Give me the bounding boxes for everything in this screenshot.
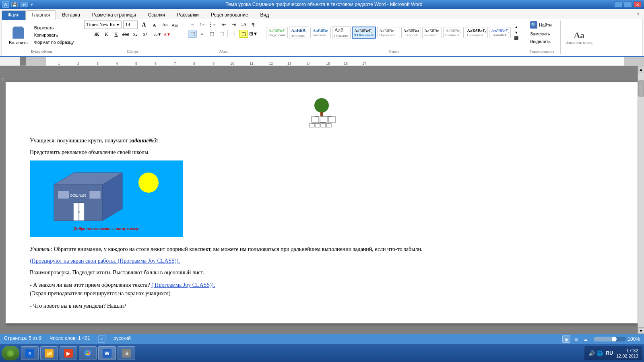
change-case-btn[interactable]: Aa↓ [171,21,180,29]
change-style-button[interactable]: Аа Изменить стиль [564,28,595,47]
scroll-thumb[interactable] [638,80,644,97]
format-painter-button[interactable]: Формат по образцу [32,39,76,45]
zoom-thumb[interactable] [612,337,617,341]
bold-btn[interactable]: Ж [92,30,101,38]
ribbon-tabs: Файл Главная Вставка Разметка страницы С… [2,10,642,19]
clear-format-btn[interactable]: Aa [160,21,169,29]
statusbar: Страница: 5 из 9 Число слов: 1 401 ✓ рус… [0,334,644,344]
borders-btn[interactable]: ⊞▼ [249,30,258,38]
scroll-down-btn[interactable]: ▼ [638,327,644,334]
sort-btn[interactable]: ↕A [239,21,248,29]
ribbon-help[interactable]: ? [634,10,642,19]
align-center-btn[interactable]: ≡ [198,30,206,38]
shading-btn[interactable]: ▢ [239,30,248,38]
italic-btn[interactable]: К [102,30,111,38]
style-title[interactable]: Ааб Название [332,26,351,39]
style-heading1[interactable]: АаБбВ Заголово... [289,27,310,39]
numbered-list-btn[interactable]: 1≡ [198,21,206,29]
svg-point-0 [314,98,329,113]
scroll-up-btn[interactable]: ▲ [638,66,644,72]
replace-button[interactable]: Заменить [528,31,553,37]
style-normal[interactable]: АаБбВеГ, ¶ Обычный [352,27,376,39]
maximize-btn[interactable]: □ [624,1,632,8]
quick-undo-btn[interactable]: ↩ [20,2,28,7]
taskbar-ie[interactable]: e [21,346,39,360]
zoom-slider[interactable] [594,337,626,341]
align-right-btn[interactable]: ⬚ [207,30,216,38]
show-marks-btn[interactable]: ¶ [249,21,258,29]
vertical-scrollbar[interactable]: ▲ ▼ [638,66,644,334]
subscript-btn[interactable]: x₂ [131,30,140,38]
explorer-icon: 📁 [45,349,54,358]
line-spacing-btn[interactable]: ↕ [229,30,238,38]
find-icon: 🔍 [530,21,537,29]
decrease-font-btn[interactable]: A [150,21,159,29]
strikethrough-btn[interactable]: abc [121,30,130,38]
multilevel-list-btn[interactable]: ⋮≡ [207,21,216,29]
tab-home[interactable]: Главная [26,10,56,20]
scroll-track[interactable] [638,72,644,327]
tab-insert[interactable]: Вставка [56,10,86,19]
styles-more[interactable]: ⬛ [513,36,520,41]
change-style-label: Изменить стиль [566,41,593,45]
quick-save-btn[interactable]: 💾 [10,2,19,7]
align-left-btn[interactable]: ⬚ [188,30,197,38]
find-button[interactable]: 🔍 Найти [528,21,553,29]
document-area[interactable]: Учащиеся, получившие круги, получают зад… [6,66,638,334]
tab-references[interactable]: Ссылки [142,10,171,19]
cut-button[interactable]: Вырезать [32,25,76,31]
taskbar-media[interactable]: ▶ [60,346,77,360]
superscript-btn[interactable]: x² [140,30,149,38]
decrease-indent-btn[interactable]: ⇤ [220,21,229,29]
font-color-btn[interactable]: A▼ [163,30,171,38]
language-indicator: RU [606,350,613,356]
clipboard-group: Вставить Вырезать Копировать Формат по о… [4,21,79,54]
styles-group: АаБбВеГ Выделение АаБбВ Заголово... АаБб… [264,21,523,54]
style-strong[interactable]: АаБбВеГ, Сильное в... [465,27,488,38]
start-button[interactable] [2,346,19,360]
web-layout-btn[interactable]: ☰ [582,335,590,343]
styles-scroll-up[interactable]: ▲ [513,25,519,29]
copy-button[interactable]: Копировать [32,32,76,38]
file-tab[interactable]: Файл [2,10,26,20]
style-subtitle[interactable]: АаБбВе Подзаголо... [377,27,400,38]
bullet-list-btn[interactable]: ≡ [188,21,197,29]
select-button[interactable]: Выделить [528,38,553,45]
style-no-interval[interactable]: АаБбВе Без инте... [422,27,442,38]
taskbar-explorer[interactable]: 📁 [40,346,58,360]
justify-btn[interactable]: ⬚ [217,30,226,38]
style-heading2[interactable]: АаБбВе Заголово... [310,27,331,38]
taskbar-word[interactable]: W [98,346,116,360]
underline-btn[interactable]: Ч [111,30,120,38]
styles-scroll-down[interactable]: ▼ [513,30,519,35]
tab-view[interactable]: Вид [254,10,275,19]
increase-indent-btn[interactable]: ⇥ [229,21,238,29]
close-btn[interactable]: ✕ [634,1,642,8]
minimize-btn[interactable]: — [614,1,622,8]
taskbar-chrome[interactable] [79,346,97,360]
ribbon-content: Вставить Вырезать Копировать Формат по о… [2,19,642,56]
font-name-dropdown[interactable]: Times New Ro ▼ [84,21,122,29]
increase-font-btn[interactable]: A [139,21,148,29]
font-size-dropdown[interactable]: 14 [123,21,138,29]
text-highlight-btn[interactable]: ab▼ [153,30,162,38]
ie-icon: e [25,349,34,358]
print-layout-btn[interactable]: ▣ [562,335,570,343]
format-row: Ж К Ч abc x₂ x² ab▼ A▼ [92,30,171,38]
style-extra[interactable]: АаБбВеГ, АаБбВеГ, [489,27,511,38]
spell-check-icon[interactable]: ✓ [98,335,105,343]
taskbar-app6[interactable]: 🖥 [118,346,135,360]
paste-icon [11,25,25,40]
tab-page-layout[interactable]: Разметка страницы [86,10,142,19]
tab-review[interactable]: Рецензирование [205,10,254,19]
full-reading-btn[interactable]: ⊞ [572,335,580,343]
style-highlight[interactable]: АаБбВеГ Выделение [266,27,287,38]
style-strict[interactable]: АаБбВы Строгий [401,27,421,38]
joy-class-link2[interactable]: ( Программа Joy CLASS)). [151,282,215,288]
document: Учащиеся, получившие круги, получают зад… [6,82,638,323]
paste-button[interactable]: Вставить [6,24,31,46]
joy-class-link[interactable]: (Проецируют на экран свои работы. (Прогр… [30,258,613,264]
tab-mailings[interactable]: Рассылки [171,10,205,19]
style-weak[interactable]: АаБбВе, Слабое в... [443,27,464,38]
quick-access-arrow[interactable]: ▼ [30,2,34,7]
